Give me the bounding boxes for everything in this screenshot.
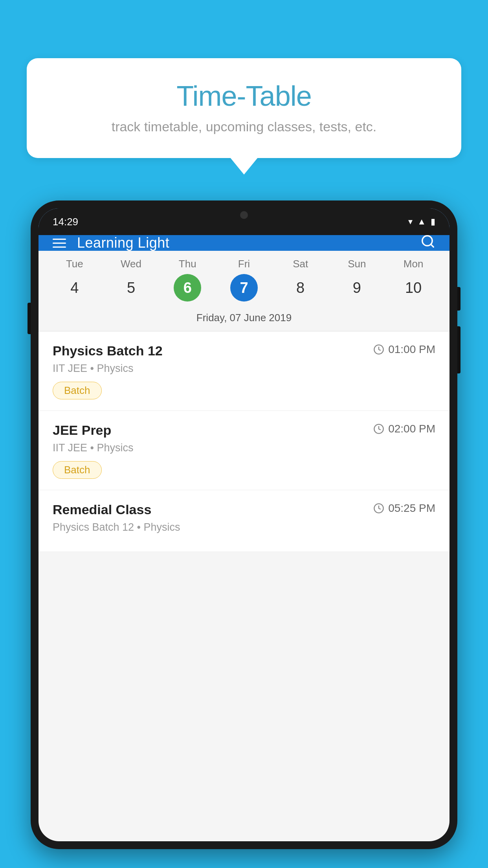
class-item[interactable]: JEE Prep02:00 PMIIT JEE • PhysicsBatch [39,411,449,490]
clock-icon [373,503,384,514]
side-button-volume-right [457,326,460,373]
status-time: 14:29 [53,216,78,228]
svg-line-1 [431,244,433,247]
day-cell-sat[interactable]: Sat8 [277,258,324,302]
day-label: Thu [179,258,196,270]
class-name: Remedial Class [53,502,151,517]
day-number: 8 [287,274,314,302]
phone-screen: Learning Light Tue4Wed5Thu6Fri7Sat8Sun9M… [39,208,449,841]
day-number: 4 [61,274,88,302]
day-number: 6 [174,274,201,302]
day-number: 7 [230,274,258,302]
class-time: 01:00 PM [373,343,435,356]
day-cell-thu[interactable]: Thu6 [164,258,211,302]
camera [240,211,248,219]
time-text: 05:25 PM [388,502,435,515]
phone-mockup: 14:29 ▾ ▲ ▮ Learning Light [31,200,457,868]
days-row: Tue4Wed5Thu6Fri7Sat8Sun9Mon10 [39,258,449,302]
day-number: 9 [343,274,371,302]
day-label: Fri [238,258,250,270]
day-cell-mon[interactable]: Mon10 [390,258,437,302]
class-item-header: Remedial Class05:25 PM [53,502,435,517]
class-time: 05:25 PM [373,502,435,515]
day-cell-fri[interactable]: Fri7 [220,258,268,302]
class-item-header: Physics Batch 1201:00 PM [53,343,435,359]
class-item[interactable]: Remedial Class05:25 PMPhysics Batch 12 •… [39,490,449,552]
day-label: Tue [66,258,83,270]
bubble-subtitle: track timetable, upcoming classes, tests… [50,119,438,134]
clock-icon [373,423,384,434]
signal-icon: ▲ [417,217,426,227]
side-button-power [457,287,460,311]
class-list: Physics Batch 1201:00 PMIIT JEE • Physic… [39,331,449,552]
day-label: Wed [121,258,141,270]
day-label: Mon [404,258,424,270]
side-button-volume [28,303,31,334]
selected-date-label: Friday, 07 June 2019 [39,306,449,331]
app-title: Learning Light [77,235,169,251]
class-meta: Physics Batch 12 • Physics [53,521,435,533]
batch-tag: Batch [53,382,102,399]
hamburger-line-1 [53,239,66,240]
speech-bubble: Time-Table track timetable, upcoming cla… [27,58,461,158]
status-bar: 14:29 ▾ ▲ ▮ [39,208,449,235]
hamburger-line-3 [53,246,66,248]
class-name: JEE Prep [53,423,111,438]
class-item[interactable]: Physics Batch 1201:00 PMIIT JEE • Physic… [39,331,449,411]
wifi-icon: ▾ [408,217,413,227]
day-label: Sun [348,258,366,270]
day-cell-sun[interactable]: Sun9 [333,258,380,302]
battery-icon: ▮ [431,217,435,227]
calendar-strip: Tue4Wed5Thu6Fri7Sat8Sun9Mon10 Friday, 07… [39,251,449,331]
search-button[interactable] [420,234,435,252]
clock-icon [373,344,384,355]
class-name: Physics Batch 12 [53,343,163,359]
hamburger-line-2 [53,243,66,244]
phone-outer: 14:29 ▾ ▲ ▮ Learning Light [31,200,457,849]
day-cell-wed[interactable]: Wed5 [108,258,155,302]
time-text: 02:00 PM [388,423,435,435]
batch-tag: Batch [53,461,102,479]
class-time: 02:00 PM [373,423,435,435]
menu-button[interactable] [53,239,66,248]
notch [228,208,260,222]
day-cell-tue[interactable]: Tue4 [51,258,98,302]
day-number: 10 [400,274,427,302]
day-label: Sat [293,258,308,270]
status-icons: ▾ ▲ ▮ [408,217,435,227]
class-item-header: JEE Prep02:00 PM [53,423,435,438]
class-meta: IIT JEE • Physics [53,362,435,375]
class-meta: IIT JEE • Physics [53,442,435,454]
day-number: 5 [117,274,145,302]
time-text: 01:00 PM [388,343,435,356]
app-bar-left: Learning Light [53,235,169,251]
bubble-title: Time-Table [50,80,438,112]
